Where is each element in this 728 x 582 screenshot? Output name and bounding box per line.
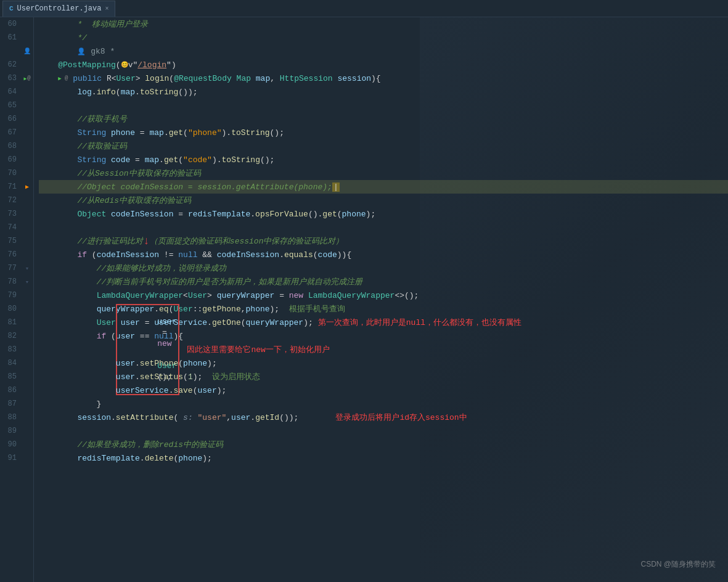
code-line-91: redisTemplate . delete ( phone );	[39, 451, 728, 465]
annotation-line81: 第一次查询，此时用户是null，什么都没有，也没有属性	[318, 317, 521, 328]
code-line-61: */	[39, 31, 728, 44]
gutter-row-64: 64	[0, 85, 33, 99]
code-line-77: //如果能够比对成功，说明登录成功	[39, 261, 728, 275]
gutter-row-66: 66	[0, 112, 33, 126]
code-line-78: //判断当前手机号对应的用户是否为新用户，如果是新用户就自动完成注册	[39, 275, 728, 289]
line-num-88: 88	[0, 413, 22, 422]
gutter-row-61: 61	[0, 31, 33, 44]
line-num-67: 67	[0, 128, 22, 137]
line-num-66: 66	[0, 115, 22, 123]
line-num-68: 68	[0, 142, 22, 150]
line-num-72: 72	[0, 196, 22, 205]
line-num-60: 60	[0, 20, 22, 28]
line-num-86: 86	[0, 386, 22, 395]
breakpoint-icon-71[interactable]: ▶	[25, 183, 29, 191]
line-num-91: 91	[0, 454, 22, 462]
code-line-75: //进行验证码比对 ↓ （页面提交的验证码和 session 中保存的验证码比对…	[39, 234, 728, 248]
gutter-row-84: 84	[0, 356, 33, 370]
gutter-row-87: 87	[0, 397, 33, 411]
code-line-85: user . setStatus ( 1 ); 设为启用状态	[39, 370, 728, 383]
gutter-icon-author: 👤	[22, 47, 33, 55]
code-line-73: Object codeInSession = redisTemplate . o…	[39, 207, 728, 221]
gutter-row-80: 80	[0, 302, 33, 316]
line-num-85: 85	[0, 372, 22, 381]
gutter-row-85: 85	[0, 370, 33, 383]
code-line-70: //从Session中获取保存的验证码	[39, 166, 728, 180]
watermark: CSDN @随身携带的笑	[640, 559, 716, 570]
code-line-67: String phone = map . get ( "phone" ). to…	[39, 126, 728, 139]
file-tab[interactable]: C UserController.java ×	[2, 1, 115, 17]
code-line-60: * 移动端用户登录	[39, 17, 728, 31]
line-num-80: 80	[0, 305, 22, 313]
gutter-row-91: 91	[0, 451, 33, 465]
code-line-90: //如果登录成功，删除redis中的验证码	[39, 438, 728, 451]
code-line-74	[39, 221, 728, 234]
line-num-75: 75	[0, 237, 22, 245]
gutter-icon-63: ▶ @	[22, 75, 33, 81]
fold-icon-77[interactable]: ▿	[25, 265, 28, 272]
code-line-68: //获取验证码	[39, 139, 728, 153]
code-line-83: user = new User (); 因此这里需要给它new一下，初始化用户	[39, 343, 728, 356]
author-person-icon: 👤	[77, 47, 86, 55]
gutter-row-83: 83	[0, 343, 33, 356]
gutter-row-67: 67	[0, 126, 33, 139]
line-num-69: 69	[0, 155, 22, 164]
code-line-87: }	[39, 397, 728, 411]
debug-icon-63[interactable]: @	[27, 75, 30, 81]
debug-btn-63[interactable]: @	[62, 75, 68, 81]
gutter-row-75: 75	[0, 234, 33, 248]
code-line-author: 👤 gk8 *	[39, 44, 728, 58]
line-num-62: 62	[0, 60, 22, 69]
code-line-76: if ( codeInSession != null && codeInSess…	[39, 248, 728, 261]
gutter-row-65: 65	[0, 99, 33, 112]
gutter-row-63: 63 ▶ @	[0, 72, 33, 85]
gutter-row-60: 60	[0, 17, 33, 31]
gutter-row-71: 71 ▶	[0, 180, 33, 194]
down-arrow-icon: ↓	[143, 236, 150, 247]
line-num-73: 73	[0, 210, 22, 218]
gutter-row-78: 78 ▿	[0, 275, 33, 289]
gutter-row-86: 86	[0, 383, 33, 397]
line-num-70: 70	[0, 169, 22, 178]
gutter-row-author: 👤	[0, 44, 33, 58]
emoji-icon-62: 😊	[121, 61, 128, 68]
code-line-69: String code = map . get ( "code" ). toSt…	[39, 153, 728, 166]
gutter-icon-71: ▶	[22, 183, 33, 191]
run-icon-63[interactable]: ▶	[23, 76, 27, 81]
line-num-63: 63	[0, 74, 22, 83]
line-num-78: 78	[0, 277, 22, 286]
annotation-line80: 根据手机号查询	[284, 303, 345, 314]
file-type-icon: C	[9, 5, 14, 12]
line-num-76: 76	[0, 250, 22, 259]
code-line-65	[39, 99, 728, 112]
code-line-72: //从Redis中获取缓存的验证码	[39, 194, 728, 207]
gutter-row-77: 77 ▿	[0, 261, 33, 275]
fold-icon-78[interactable]: ▿	[25, 279, 28, 285]
code-line-89	[39, 424, 728, 438]
line-num-87: 87	[0, 400, 22, 408]
gutter-row-72: 72	[0, 194, 33, 207]
gutter-row-81: 81	[0, 316, 33, 329]
code-line-62: @PostMapping ( 😊 v" /login ")	[39, 58, 728, 72]
code-line-63: ▶ @ public R< User > login ( @RequestBod…	[39, 72, 728, 85]
code-editor[interactable]: * 移动端用户登录 */ 👤 gk8 * @PostMapping ( 😊 v"…	[34, 17, 728, 582]
line-num-64: 64	[0, 88, 22, 96]
line-num-65: 65	[0, 101, 22, 110]
line-num-79: 79	[0, 291, 22, 300]
gutter-row-73: 73	[0, 207, 33, 221]
tab-close-button[interactable]: ×	[105, 6, 108, 12]
gutter-row-70: 70	[0, 166, 33, 180]
line-num-90: 90	[0, 440, 22, 449]
line-number-gutter: 60 61 👤 62 63 ▶ @ 64	[0, 17, 34, 582]
csdn-text: CSDN @随身携带的笑	[640, 560, 716, 568]
code-line-86: userService . save ( user );	[39, 383, 728, 397]
line-num-71: 71	[0, 182, 22, 191]
annotation-line88: 登录成功后将用户id存入session中	[335, 412, 467, 423]
gutter-row-68: 68	[0, 139, 33, 153]
annotation-line85: 设为启用状态	[207, 371, 260, 382]
gutter-row-88: 88	[0, 411, 33, 424]
line-num-84: 84	[0, 359, 22, 367]
author-icon: 👤	[23, 47, 31, 55]
code-line-88: session . setAttribute ( s: "user" , use…	[39, 411, 728, 424]
gutter-row-82: 82	[0, 329, 33, 343]
